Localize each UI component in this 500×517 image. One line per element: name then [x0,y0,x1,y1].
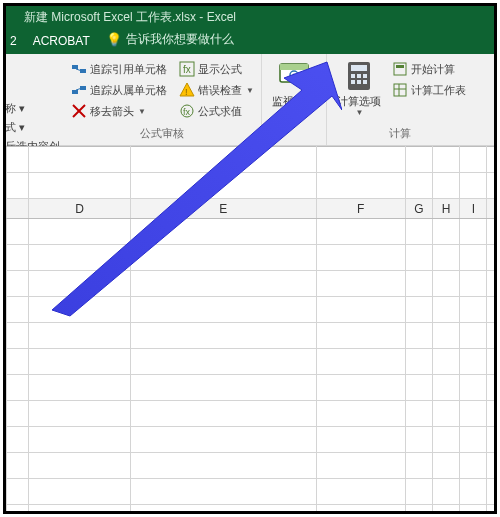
cell[interactable] [130,323,316,349]
cell[interactable] [487,245,494,271]
cell[interactable] [432,297,459,323]
tab-acrobat[interactable]: ACROBAT [29,30,102,54]
cell[interactable] [7,323,29,349]
cell[interactable] [7,349,29,375]
cell[interactable] [316,271,405,297]
cell[interactable] [405,375,432,401]
cell[interactable] [432,219,459,245]
name-dropdown[interactable]: 称 ▾ [3,100,65,117]
cell[interactable] [7,245,29,271]
cell[interactable] [460,173,487,199]
cell[interactable] [7,147,29,173]
tab-2[interactable]: 2 [6,30,29,54]
cell[interactable] [432,271,459,297]
cell[interactable] [130,297,316,323]
cell[interactable] [432,505,459,512]
cell[interactable] [29,505,131,512]
cell[interactable] [316,173,405,199]
cell[interactable] [460,245,487,271]
cell[interactable] [432,427,459,453]
calculate-sheet[interactable]: 计算工作表 [389,81,469,99]
cell[interactable] [405,505,432,512]
trace-dependents[interactable]: 追踪从属单元格 [68,81,170,99]
cell[interactable] [7,219,29,245]
cell[interactable] [316,349,405,375]
cell[interactable] [460,271,487,297]
cell[interactable] [487,271,494,297]
cell[interactable] [316,401,405,427]
column-header-J[interactable]: J [487,199,494,219]
cell[interactable] [29,271,131,297]
cell[interactable] [130,505,316,512]
cell[interactable] [7,297,29,323]
column-header-D[interactable]: D [29,199,131,219]
cell[interactable] [316,297,405,323]
cell[interactable] [130,479,316,505]
cell[interactable] [432,453,459,479]
cell[interactable] [460,349,487,375]
cell[interactable] [432,401,459,427]
cell[interactable] [432,323,459,349]
column-header-F[interactable]: F [316,199,405,219]
cell[interactable] [460,297,487,323]
column-header-G[interactable]: G [405,199,432,219]
cell[interactable] [29,427,131,453]
trace-precedents[interactable]: 追踪引用单元格 [68,60,170,78]
column-header-I[interactable]: I [460,199,487,219]
cell[interactable] [487,219,494,245]
cell[interactable] [130,375,316,401]
calculation-options-button[interactable]: 计算选项 ▼ [331,56,387,126]
cell[interactable] [130,147,316,173]
cell[interactable] [7,173,29,199]
cell[interactable] [316,245,405,271]
cell[interactable] [29,479,131,505]
cell[interactable] [487,479,494,505]
cell[interactable] [460,147,487,173]
cell[interactable] [29,245,131,271]
cell[interactable] [432,349,459,375]
cell[interactable] [29,401,131,427]
cell[interactable] [7,453,29,479]
formula-dropdown[interactable]: 式 ▾ [3,119,65,136]
cell[interactable] [130,219,316,245]
cell[interactable] [460,505,487,512]
select-all[interactable] [7,199,29,219]
cell[interactable] [7,271,29,297]
cell[interactable] [460,479,487,505]
cell[interactable] [432,173,459,199]
cell[interactable] [460,323,487,349]
cell[interactable] [487,375,494,401]
cell[interactable] [405,173,432,199]
cell[interactable] [405,401,432,427]
cell[interactable] [130,453,316,479]
evaluate-formula[interactable]: fx 公式求值 [176,102,257,120]
column-header-H[interactable]: H [432,199,459,219]
cell[interactable] [130,427,316,453]
error-checking[interactable]: ! 错误检查 ▼ [176,81,257,99]
cell[interactable] [460,401,487,427]
cell[interactable] [29,147,131,173]
cell[interactable] [316,147,405,173]
column-header-E[interactable]: E [130,199,316,219]
cell[interactable] [405,323,432,349]
cell[interactable] [405,349,432,375]
cell[interactable] [316,219,405,245]
cell[interactable] [487,349,494,375]
cell[interactable] [130,245,316,271]
show-formulas[interactable]: fx 显示公式 [176,60,257,78]
cell[interactable] [405,297,432,323]
cell[interactable] [405,147,432,173]
cell[interactable] [316,479,405,505]
cell[interactable] [405,453,432,479]
cell[interactable] [432,479,459,505]
cell[interactable] [7,375,29,401]
cell[interactable] [316,505,405,512]
tell-me[interactable]: 💡 告诉我你想要做什么 [102,31,240,54]
cell[interactable] [460,427,487,453]
cell[interactable] [405,219,432,245]
cell[interactable] [432,245,459,271]
cell[interactable] [130,349,316,375]
cell[interactable] [316,375,405,401]
cell[interactable] [29,297,131,323]
cell[interactable] [29,453,131,479]
